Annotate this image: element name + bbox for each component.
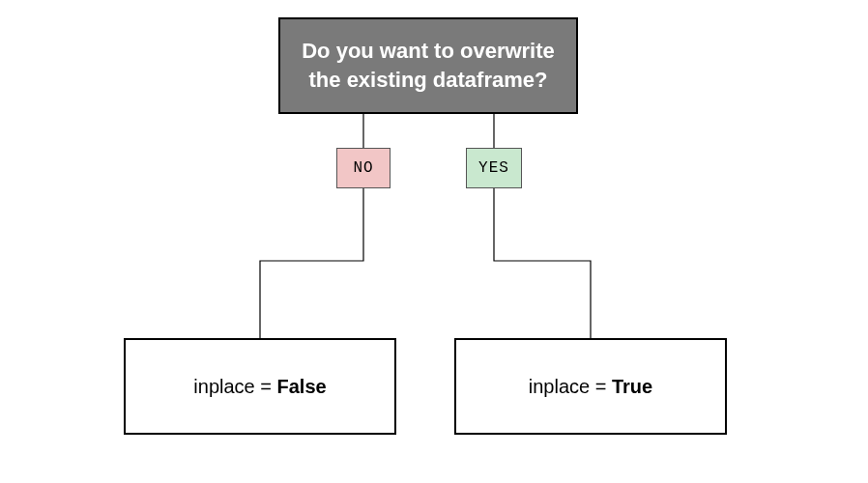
result-true-value: True xyxy=(612,376,652,397)
question-box: Do you want to overwrite the existing da… xyxy=(278,17,578,114)
choice-yes: YES xyxy=(466,148,522,188)
question-text: Do you want to overwrite the existing da… xyxy=(300,37,557,94)
result-false-value: False xyxy=(277,376,327,397)
choice-no-label: NO xyxy=(353,159,373,177)
choice-yes-label: YES xyxy=(478,159,509,177)
result-false-box: inplace = False xyxy=(124,338,396,435)
result-true-box: inplace = True xyxy=(454,338,727,435)
result-true-param: inplace = xyxy=(529,376,612,397)
choice-no: NO xyxy=(336,148,391,188)
result-false-param: inplace = xyxy=(193,376,276,397)
